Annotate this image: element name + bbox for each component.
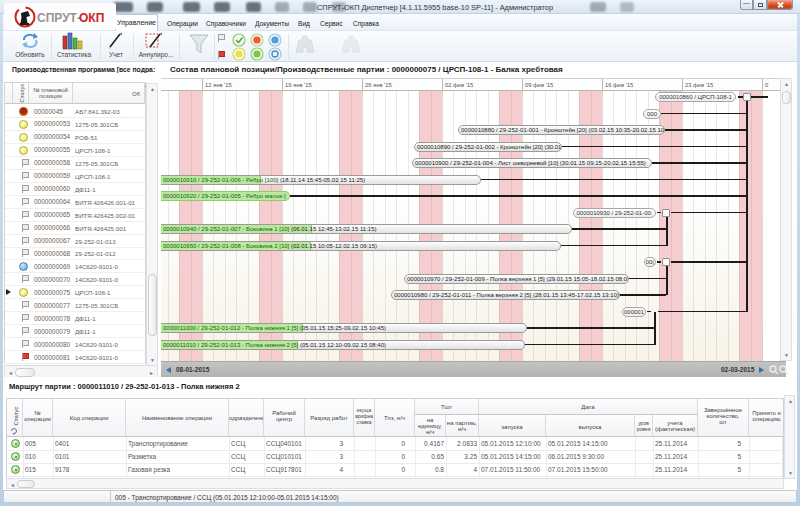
svg-text:СПРУТ-: СПРУТ-	[37, 11, 81, 25]
svg-text:ОКП: ОКП	[79, 11, 104, 25]
